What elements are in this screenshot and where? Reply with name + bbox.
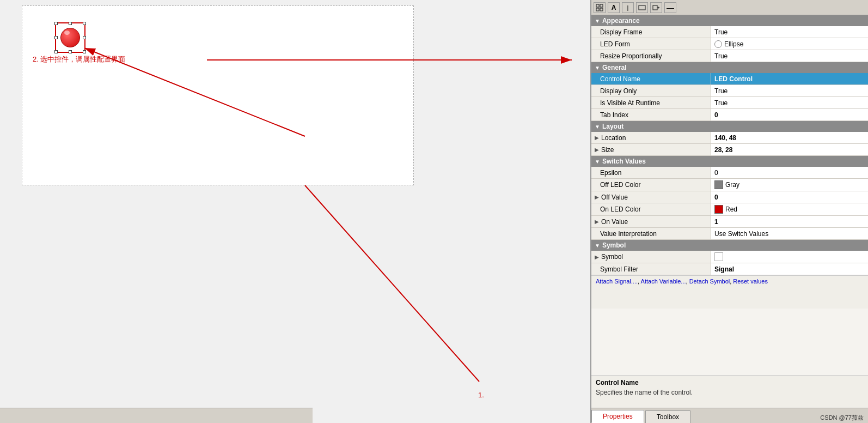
tab-index-value: 0 bbox=[711, 109, 868, 120]
appearance-collapse-icon: ▼ bbox=[595, 18, 600, 24]
bottom-info-title: Control Name bbox=[596, 379, 864, 386]
display-only-value: True bbox=[711, 85, 868, 96]
diagonal-arrow2 bbox=[305, 185, 479, 382]
led-highlight bbox=[64, 31, 70, 35]
grid-toolbar-icon[interactable] bbox=[594, 2, 606, 13]
svg-rect-7 bbox=[653, 5, 657, 10]
epsilon-row[interactable]: Epsilon 0 bbox=[591, 167, 868, 179]
bottom-info-text: Specifies the name of the control. bbox=[596, 389, 864, 396]
resize-proportionally-label: Resize Proportionally bbox=[591, 50, 711, 62]
symbol-value bbox=[711, 251, 868, 263]
symbol-filter-label: Symbol Filter bbox=[591, 263, 711, 275]
step1-label: 1. bbox=[478, 391, 484, 399]
main-container: 2. 选中控件，调属性配置界面 bbox=[0, 0, 868, 423]
layout-section-header[interactable]: ▼ Layout bbox=[591, 121, 868, 132]
detach-symbol-link[interactable]: Detach Symbol bbox=[689, 278, 730, 285]
right-panel: A | — ▼ Appearance Display Frame True bbox=[590, 0, 868, 423]
resize-toolbar-icon[interactable] bbox=[650, 2, 662, 13]
designer-canvas bbox=[22, 5, 414, 185]
instruction-label: 2. 选中控件，调属性配置界面 bbox=[33, 55, 125, 64]
symbol-label: ▶Symbol bbox=[591, 251, 711, 263]
handle-tl bbox=[54, 22, 58, 25]
on-value-value: 1 bbox=[711, 216, 868, 227]
handle-bl bbox=[54, 50, 58, 53]
separator-toolbar-icon[interactable]: | bbox=[622, 2, 634, 13]
off-value-row[interactable]: ▶Off Value 0 bbox=[591, 191, 868, 203]
attach-signal-link[interactable]: Attach Signal.... bbox=[596, 278, 638, 285]
on-value-row[interactable]: ▶On Value 1 bbox=[591, 216, 868, 228]
toolbox-tab[interactable]: Toolbox bbox=[645, 410, 690, 423]
footer-links: Attach Signal...., Attach Variable..., D… bbox=[591, 275, 868, 287]
display-only-label: Display Only bbox=[591, 85, 711, 96]
epsilon-label: Epsilon bbox=[591, 167, 711, 178]
on-value-label: ▶On Value bbox=[591, 216, 711, 227]
handle-tc bbox=[69, 22, 72, 25]
symbol-expand-icon: ▶ bbox=[595, 254, 599, 260]
svg-rect-2 bbox=[596, 4, 599, 7]
properties-tab[interactable]: Properties bbox=[591, 410, 644, 423]
switch-values-collapse-icon: ▼ bbox=[595, 159, 600, 165]
value-interpretation-value: Use Switch Values bbox=[711, 228, 868, 239]
on-led-color-label: On LED Color bbox=[591, 203, 711, 215]
status-bar: CSDN @77菰兹 bbox=[748, 412, 868, 423]
handle-bc bbox=[69, 50, 72, 53]
svg-rect-6 bbox=[639, 5, 645, 10]
led-form-value: Ellipse bbox=[711, 38, 868, 50]
svg-rect-3 bbox=[600, 4, 603, 7]
on-led-color-row[interactable]: On LED Color Red bbox=[591, 203, 868, 216]
symbol-collapse-icon: ▼ bbox=[595, 243, 600, 249]
svg-rect-4 bbox=[596, 8, 599, 11]
frame-toolbar-icon[interactable] bbox=[636, 2, 648, 13]
resize-proportionally-row[interactable]: Resize Proportionally True bbox=[591, 50, 868, 62]
attach-variable-link[interactable]: Attach Variable... bbox=[641, 278, 686, 285]
handle-ml bbox=[54, 36, 58, 39]
dash-toolbar-icon[interactable]: — bbox=[664, 2, 676, 13]
handle-tr bbox=[83, 22, 86, 25]
display-frame-value: True bbox=[711, 26, 868, 38]
symbol-section-header[interactable]: ▼ Symbol bbox=[591, 240, 868, 251]
epsilon-value: 0 bbox=[711, 167, 868, 178]
general-section-label: General bbox=[602, 64, 627, 71]
led-form-row[interactable]: LED Form Ellipse bbox=[591, 38, 868, 50]
symbol-filter-row[interactable]: Symbol Filter Signal bbox=[591, 263, 868, 275]
svg-marker-9 bbox=[658, 7, 659, 9]
location-row[interactable]: ▶Location 140, 48 bbox=[591, 132, 868, 144]
display-only-row[interactable]: Display Only True bbox=[591, 85, 868, 97]
switch-values-section-header[interactable]: ▼ Switch Values bbox=[591, 156, 868, 167]
text-toolbar-icon[interactable]: A bbox=[608, 2, 620, 13]
general-section-header[interactable]: ▼ General bbox=[591, 62, 868, 73]
control-name-label: Control Name bbox=[591, 73, 711, 84]
off-led-color-row[interactable]: Off LED Color Gray bbox=[591, 179, 868, 191]
control-name-row[interactable]: Control Name LED Control bbox=[591, 73, 868, 85]
appearance-section-label: Appearance bbox=[602, 17, 640, 25]
location-label: ▶Location bbox=[591, 132, 711, 143]
is-visible-row[interactable]: Is Visible At Runtime True bbox=[591, 97, 868, 109]
led-form-label: LED Form bbox=[591, 38, 711, 50]
general-collapse-icon: ▼ bbox=[595, 65, 600, 71]
led-control[interactable] bbox=[55, 22, 85, 53]
appearance-section-header[interactable]: ▼ Appearance bbox=[591, 15, 868, 26]
value-interpretation-label: Value Interpretation bbox=[591, 228, 711, 239]
control-name-value: LED Control bbox=[711, 73, 868, 84]
symbol-row[interactable]: ▶Symbol bbox=[591, 251, 868, 263]
display-frame-row[interactable]: Display Frame True bbox=[591, 26, 868, 38]
bottom-info: Control Name Specifies the name of the c… bbox=[591, 375, 868, 408]
off-led-color-value: Gray bbox=[711, 179, 868, 191]
size-row[interactable]: ▶Size 28, 28 bbox=[591, 144, 868, 156]
handle-mr bbox=[83, 36, 86, 39]
layout-collapse-icon: ▼ bbox=[595, 124, 600, 130]
location-expand-icon: ▶ bbox=[595, 135, 599, 141]
symbol-filter-value: Signal bbox=[711, 263, 868, 275]
value-interpretation-row[interactable]: Value Interpretation Use Switch Values bbox=[591, 228, 868, 240]
off-value-value: 0 bbox=[711, 191, 868, 203]
left-bottom-area bbox=[0, 408, 313, 423]
is-visible-value: True bbox=[711, 97, 868, 108]
switch-values-section-label: Switch Values bbox=[602, 158, 646, 165]
on-led-color-swatch bbox=[714, 205, 723, 214]
is-visible-label: Is Visible At Runtime bbox=[591, 97, 711, 108]
handle-br bbox=[83, 50, 86, 53]
size-expand-icon: ▶ bbox=[595, 147, 599, 153]
layout-section-label: Layout bbox=[602, 123, 624, 130]
reset-values-link[interactable]: Reset values bbox=[733, 278, 768, 285]
tab-index-row[interactable]: Tab Index 0 bbox=[591, 109, 868, 121]
